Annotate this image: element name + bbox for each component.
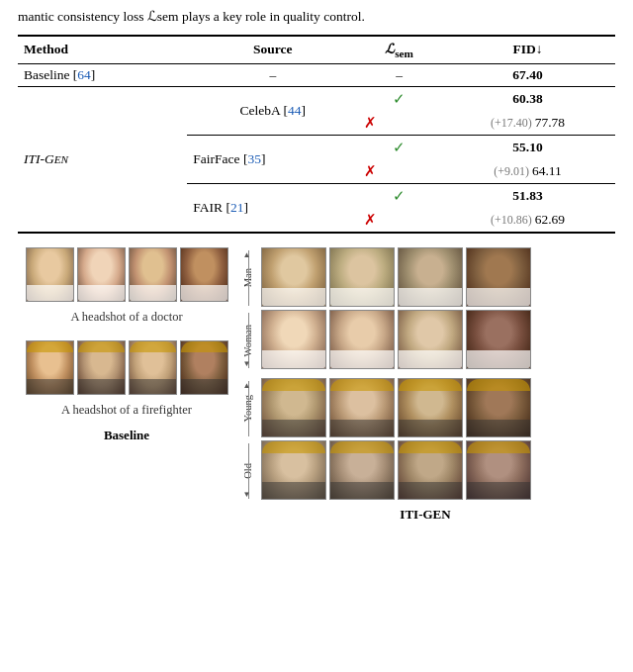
doctor-caption: A headshot of a doctor <box>70 310 182 325</box>
iti-young-img-3 <box>398 378 463 437</box>
col-header-source: Source <box>187 36 358 63</box>
baseline-fid: 67.40 <box>440 63 615 86</box>
celeba-check: ✓ <box>358 86 440 111</box>
iti-young-img-4 <box>466 378 531 437</box>
iti-man-img-4 <box>466 247 531 307</box>
results-table: Method Source ℒsem FID↓ Baseline [64] – … <box>18 35 615 234</box>
grid-row-woman <box>261 310 615 369</box>
figure-section: A headshot of a doctor <box>18 247 615 523</box>
table-row-baseline: Baseline [64] – – 67.40 <box>18 63 615 86</box>
iti-old-img-1 <box>261 440 326 500</box>
baseline-figure-label: Baseline <box>104 428 149 443</box>
page-container: mantic consistency loss ℒsem plays a key… <box>0 0 633 532</box>
row-label-woman: Woman ▼ <box>235 310 259 372</box>
doctor-img-3 <box>129 247 177 302</box>
col-header-method: Method <box>18 36 187 63</box>
fair-cross: ✗ <box>358 208 440 233</box>
intro-content: mantic consistency loss ℒsem plays a key… <box>18 9 365 24</box>
grid-row-man <box>261 247 615 307</box>
iti-gen-method-label: ITI-GEN <box>18 86 187 233</box>
celeba-fid-secondary: (+17.40) 77.78 <box>440 111 615 136</box>
fair-check: ✓ <box>358 183 440 208</box>
iti-woman-img-1 <box>261 310 326 369</box>
firefighter-caption: A headshot of a firefighter <box>61 403 192 418</box>
iti-woman-img-3 <box>398 310 463 369</box>
row-label-old: Old ▼ <box>235 440 259 503</box>
baseline-method: Baseline [64] <box>18 63 187 86</box>
table-row-iti-celeba-check: ITI-GEN CelebA [44] ✓ 60.38 <box>18 86 615 111</box>
row-labels-column: Man ▲ Woman ▼ <box>235 247 259 503</box>
col-header-sem: ℒsem <box>358 36 440 63</box>
firefighter-img-2 <box>77 340 126 395</box>
iti-gen-grid <box>261 247 615 500</box>
firefighter-img-4 <box>180 340 228 395</box>
right-panel: Man ▲ Woman ▼ <box>235 247 615 523</box>
iti-young-img-2 <box>329 378 395 437</box>
row-label-man: Man ▲ <box>235 247 259 310</box>
baseline-source: – <box>187 63 358 86</box>
doctor-img-2 <box>77 247 126 302</box>
fair-source: FAIR [21] <box>187 183 358 233</box>
fairface-fid-main: 55.10 <box>440 135 615 159</box>
celeba-source: CelebA [44] <box>187 86 358 135</box>
firefighter-img-1 <box>26 340 74 395</box>
iti-gen-figure-label: ITI-GEN <box>235 507 615 523</box>
fairface-check: ✓ <box>358 135 440 159</box>
left-panel: A headshot of a doctor <box>18 247 235 523</box>
iti-old-img-4 <box>466 440 531 500</box>
grid-row-young <box>261 378 615 437</box>
fairface-fid-secondary: (+9.01) 64.11 <box>440 159 615 184</box>
iti-old-img-2 <box>329 440 395 500</box>
iti-woman-img-4 <box>466 310 531 369</box>
col-header-fid: FID↓ <box>440 36 615 63</box>
doctor-image-row <box>26 247 228 302</box>
iti-old-img-3 <box>398 440 463 500</box>
fair-fid-main: 51.83 <box>440 183 615 208</box>
iti-young-img-1 <box>261 378 326 437</box>
iti-man-img-3 <box>398 247 463 307</box>
intro-text: mantic consistency loss ℒsem plays a key… <box>18 8 615 27</box>
iti-man-img-2 <box>329 247 395 307</box>
grid-row-old <box>261 440 615 500</box>
fairface-source: FairFace [35] <box>187 135 358 183</box>
firefighter-image-row <box>26 340 228 395</box>
celeba-cross: ✗ <box>358 111 440 136</box>
doctor-img-4 <box>180 247 228 302</box>
baseline-sem: – <box>358 63 440 86</box>
celeba-fid-main: 60.38 <box>440 86 615 111</box>
firefighter-img-3 <box>129 340 177 395</box>
iti-man-img-1 <box>261 247 326 307</box>
fair-fid-secondary: (+10.86) 62.69 <box>440 208 615 233</box>
doctor-img-1 <box>26 247 74 302</box>
iti-woman-img-2 <box>329 310 395 369</box>
fairface-cross: ✗ <box>358 159 440 184</box>
row-label-young: Young ▲ <box>235 378 259 440</box>
